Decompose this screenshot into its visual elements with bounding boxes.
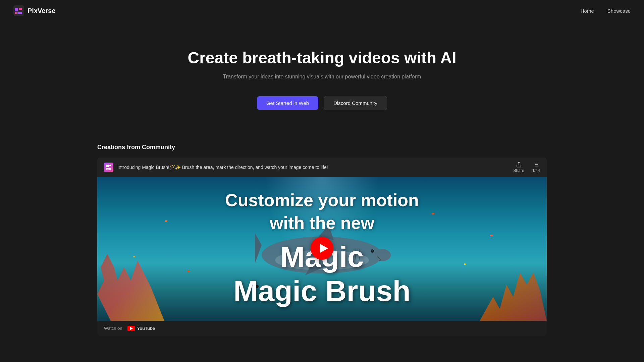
section-title: Creations from Community [97, 144, 547, 151]
navbar: PixVerse Home Showcase [0, 0, 644, 21]
coral-right [480, 261, 547, 321]
logo[interactable]: PixVerse [13, 5, 55, 16]
logo-text: PixVerse [28, 7, 55, 15]
svg-rect-5 [106, 165, 109, 167]
share-button[interactable]: Share [514, 162, 524, 173]
logo-icon [13, 5, 24, 16]
channel-icon [104, 163, 113, 172]
video-text-brush: Magic Brush [225, 274, 419, 308]
get-started-button[interactable]: Get Started in Web [257, 96, 318, 110]
svg-rect-3 [15, 12, 17, 14]
nav-links: Home Showcase [581, 8, 631, 14]
video-footer: Watch on YouTube [97, 321, 547, 336]
video-header-right: Share 1/44 [514, 162, 540, 173]
youtube-logo[interactable]: YouTube [127, 326, 155, 331]
svg-rect-2 [19, 8, 22, 10]
hero-buttons: Get Started in Web Discord Community [257, 96, 387, 110]
watch-on-text: Watch on [104, 326, 122, 331]
fish-3 [187, 270, 190, 272]
youtube-text: YouTube [137, 326, 155, 331]
video-counter: 1/44 [532, 168, 540, 173]
fish-6 [432, 213, 434, 215]
playlist-button[interactable]: 1/44 [532, 162, 540, 173]
svg-rect-6 [109, 165, 111, 166]
nav-showcase[interactable]: Showcase [607, 8, 631, 14]
hero-subtitle: Transform your ideas into stunning visua… [223, 74, 421, 80]
coral-left [97, 254, 164, 321]
video-header: Introducing Magic Brush!🪄✨ Brush the are… [97, 158, 547, 177]
fish-2 [133, 256, 135, 257]
svg-rect-7 [106, 168, 108, 170]
video-title: Introducing Magic Brush!🪄✨ Brush the are… [117, 165, 328, 170]
fish-1 [165, 220, 168, 222]
play-button[interactable] [311, 237, 333, 261]
svg-rect-8 [108, 168, 111, 170]
svg-rect-1 [15, 8, 18, 11]
share-label: Share [514, 168, 524, 173]
fish-5 [464, 263, 466, 265]
community-section: Creations from Community Introducing Mag… [0, 130, 644, 336]
video-header-left: Introducing Magic Brush!🪄✨ Brush the are… [104, 163, 328, 172]
hero-section: Create breath-taking videos with AI Tran… [0, 21, 644, 130]
video-text-line1: Customize your motion [225, 190, 419, 210]
video-thumbnail[interactable]: Customize your motion with the new Magic… [97, 177, 547, 321]
svg-rect-4 [17, 12, 22, 14]
video-text-line2: with the new [225, 213, 419, 233]
discord-community-button[interactable]: Discord Community [324, 96, 387, 110]
video-container: Introducing Magic Brush!🪄✨ Brush the are… [97, 158, 547, 336]
nav-home[interactable]: Home [581, 8, 594, 14]
youtube-icon [127, 326, 135, 331]
hero-title: Create breath-taking videos with AI [187, 48, 456, 68]
fish-4 [490, 235, 493, 236]
